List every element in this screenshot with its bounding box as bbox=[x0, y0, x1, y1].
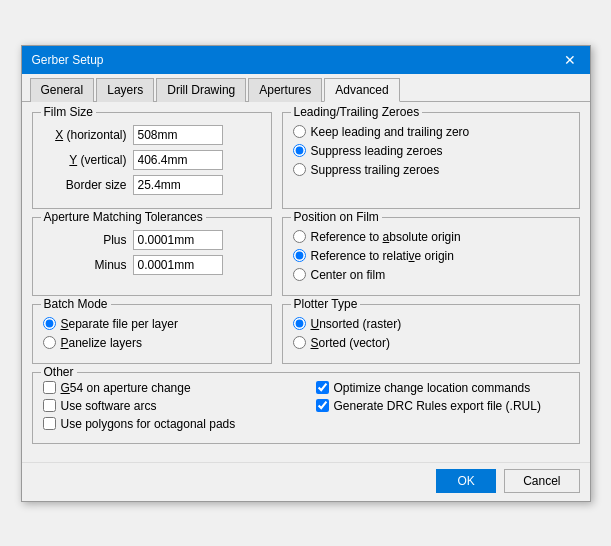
minus-label: Minus bbox=[43, 258, 133, 272]
leading-trailing-option-1: Suppress leading zeroes bbox=[293, 144, 569, 158]
film-size-content: X (horizontal) Y (vertical) Border size bbox=[43, 125, 261, 195]
unsorted-label: Unsorted (raster) bbox=[311, 317, 402, 331]
g54-label: G54 on aperture change bbox=[61, 381, 191, 395]
title-bar: Gerber Setup ✕ bbox=[22, 46, 590, 74]
leading-trailing-option-0: Keep leading and trailing zero bbox=[293, 125, 569, 139]
batch-mode-panel: Batch Mode Separate file per layer Panel… bbox=[32, 304, 272, 364]
batch-option-1: Panelize layers bbox=[43, 336, 261, 350]
leading-trailing-content: Keep leading and trailing zero Suppress … bbox=[293, 125, 569, 177]
leading-trailing-title: Leading/Trailing Zeroes bbox=[291, 105, 423, 119]
ref-relative-radio[interactable] bbox=[293, 249, 306, 262]
unsorted-radio[interactable] bbox=[293, 317, 306, 330]
tab-advanced[interactable]: Advanced bbox=[324, 78, 399, 102]
separate-file-label: Separate file per layer bbox=[61, 317, 178, 331]
batch-mode-title: Batch Mode bbox=[41, 297, 111, 311]
optimize-label: Optimize change location commands bbox=[334, 381, 531, 395]
y-label: Y (vertical) bbox=[43, 153, 133, 167]
plotter-option-1: Sorted (vector) bbox=[293, 336, 569, 350]
dialog-title: Gerber Setup bbox=[32, 53, 104, 67]
drc-label: Generate DRC Rules export file (.RUL) bbox=[334, 399, 541, 413]
plus-input[interactable] bbox=[133, 230, 223, 250]
row-2: Aperture Matching Tolerances Plus Minus … bbox=[32, 217, 580, 304]
other-left-col: G54 on aperture change Use software arcs… bbox=[43, 381, 296, 435]
center-film-radio[interactable] bbox=[293, 268, 306, 281]
position-on-film-panel: Position on Film Reference to absolute o… bbox=[282, 217, 580, 296]
optimize-checkbox[interactable] bbox=[316, 381, 329, 394]
polygons-row: Use polygons for octagonal pads bbox=[43, 417, 296, 431]
film-size-title: Film Size bbox=[41, 105, 96, 119]
polygons-label: Use polygons for octagonal pads bbox=[61, 417, 236, 431]
other-panel: Other G54 on aperture change Use softwar… bbox=[32, 372, 580, 444]
software-arcs-row: Use software arcs bbox=[43, 399, 296, 413]
x-field-row: X (horizontal) bbox=[43, 125, 261, 145]
tab-general[interactable]: General bbox=[30, 78, 95, 102]
minus-field-row: Minus bbox=[43, 255, 261, 275]
suppress-leading-radio[interactable] bbox=[293, 144, 306, 157]
tab-bar: General Layers Drill Drawing Apertures A… bbox=[22, 74, 590, 102]
plotter-type-content: Unsorted (raster) Sorted (vector) bbox=[293, 317, 569, 350]
gerber-setup-dialog: Gerber Setup ✕ General Layers Drill Draw… bbox=[21, 45, 591, 502]
content-area: Film Size X (horizontal) Y (vertical) Bo… bbox=[22, 102, 590, 462]
g54-checkbox[interactable] bbox=[43, 381, 56, 394]
ok-button[interactable]: OK bbox=[436, 469, 496, 493]
ref-absolute-radio[interactable] bbox=[293, 230, 306, 243]
border-label: Border size bbox=[43, 178, 133, 192]
suppress-trailing-radio[interactable] bbox=[293, 163, 306, 176]
tab-drill-drawing[interactable]: Drill Drawing bbox=[156, 78, 246, 102]
y-input[interactable] bbox=[133, 150, 223, 170]
separate-file-radio[interactable] bbox=[43, 317, 56, 330]
optimize-row: Optimize change location commands bbox=[316, 381, 569, 395]
minus-input[interactable] bbox=[133, 255, 223, 275]
keep-leading-radio[interactable] bbox=[293, 125, 306, 138]
position-option-0: Reference to absolute origin bbox=[293, 230, 569, 244]
other-right-col: Optimize change location commands Genera… bbox=[316, 381, 569, 435]
drc-row: Generate DRC Rules export file (.RUL) bbox=[316, 399, 569, 413]
polygons-checkbox[interactable] bbox=[43, 417, 56, 430]
film-size-panel: Film Size X (horizontal) Y (vertical) Bo… bbox=[32, 112, 272, 209]
sorted-radio[interactable] bbox=[293, 336, 306, 349]
other-title: Other bbox=[41, 365, 77, 379]
suppress-leading-label: Suppress leading zeroes bbox=[311, 144, 443, 158]
position-option-2: Center on film bbox=[293, 268, 569, 282]
leading-trailing-panel: Leading/Trailing Zeroes Keep leading and… bbox=[282, 112, 580, 209]
center-film-label: Center on film bbox=[311, 268, 386, 282]
plus-field-row: Plus bbox=[43, 230, 261, 250]
software-arcs-label: Use software arcs bbox=[61, 399, 157, 413]
y-field-row: Y (vertical) bbox=[43, 150, 261, 170]
aperture-matching-content: Plus Minus bbox=[43, 230, 261, 275]
g54-row: G54 on aperture change bbox=[43, 381, 296, 395]
x-input[interactable] bbox=[133, 125, 223, 145]
aperture-matching-panel: Aperture Matching Tolerances Plus Minus bbox=[32, 217, 272, 296]
aperture-matching-title: Aperture Matching Tolerances bbox=[41, 210, 206, 224]
panelize-label: Panelize layers bbox=[61, 336, 142, 350]
cancel-button[interactable]: Cancel bbox=[504, 469, 579, 493]
other-panel-inner: G54 on aperture change Use software arcs… bbox=[43, 381, 569, 435]
x-label: X (horizontal) bbox=[43, 128, 133, 142]
drc-checkbox[interactable] bbox=[316, 399, 329, 412]
plotter-type-panel: Plotter Type Unsorted (raster) Sorted (v… bbox=[282, 304, 580, 364]
leading-trailing-option-2: Suppress trailing zeroes bbox=[293, 163, 569, 177]
panelize-radio[interactable] bbox=[43, 336, 56, 349]
bottom-buttons: OK Cancel bbox=[22, 462, 590, 501]
suppress-trailing-label: Suppress trailing zeroes bbox=[311, 163, 440, 177]
row-1: Film Size X (horizontal) Y (vertical) Bo… bbox=[32, 112, 580, 217]
close-button[interactable]: ✕ bbox=[560, 52, 580, 68]
software-arcs-checkbox[interactable] bbox=[43, 399, 56, 412]
row-3: Batch Mode Separate file per layer Panel… bbox=[32, 304, 580, 372]
tab-layers[interactable]: Layers bbox=[96, 78, 154, 102]
batch-option-0: Separate file per layer bbox=[43, 317, 261, 331]
sorted-label: Sorted (vector) bbox=[311, 336, 390, 350]
keep-leading-label: Keep leading and trailing zero bbox=[311, 125, 470, 139]
plotter-type-title: Plotter Type bbox=[291, 297, 361, 311]
position-on-film-title: Position on Film bbox=[291, 210, 382, 224]
tab-apertures[interactable]: Apertures bbox=[248, 78, 322, 102]
position-on-film-content: Reference to absolute origin Reference t… bbox=[293, 230, 569, 282]
ref-relative-label: Reference to relative origin bbox=[311, 249, 454, 263]
ref-absolute-label: Reference to absolute origin bbox=[311, 230, 461, 244]
border-field-row: Border size bbox=[43, 175, 261, 195]
plus-label: Plus bbox=[43, 233, 133, 247]
position-option-1: Reference to relative origin bbox=[293, 249, 569, 263]
border-input[interactable] bbox=[133, 175, 223, 195]
batch-mode-content: Separate file per layer Panelize layers bbox=[43, 317, 261, 350]
plotter-option-0: Unsorted (raster) bbox=[293, 317, 569, 331]
